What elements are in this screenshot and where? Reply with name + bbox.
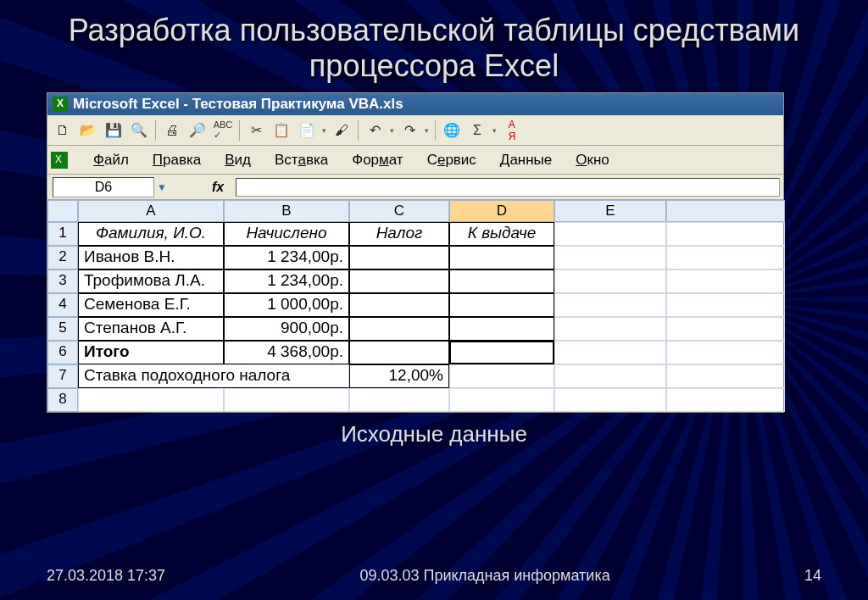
row-header[interactable]: 1 <box>47 222 78 246</box>
cell[interactable] <box>349 269 449 293</box>
cell-merged[interactable]: Ставка подоходного налога <box>78 364 349 388</box>
cell[interactable] <box>349 246 449 269</box>
cell[interactable] <box>666 317 785 341</box>
cell[interactable]: Налог <box>349 222 449 246</box>
cell[interactable]: 12,00% <box>349 364 449 388</box>
formula-input[interactable] <box>236 178 780 197</box>
spreadsheet-grid[interactable]: A B C D E 1 Фамилия, И.О. Начислено Нало… <box>47 200 783 412</box>
cell[interactable]: 4 368,00р. <box>224 341 349 364</box>
cell[interactable] <box>554 364 666 388</box>
save-icon[interactable]: 💾 <box>102 119 125 142</box>
menu-format[interactable]: Формат <box>347 150 408 170</box>
cell[interactable] <box>449 388 554 412</box>
paste-icon[interactable]: 📄 <box>295 119 319 142</box>
cell[interactable] <box>554 293 666 317</box>
autosum-icon[interactable]: Σ <box>465 119 489 142</box>
print-icon[interactable]: 🖨 <box>160 119 184 142</box>
cell[interactable] <box>78 388 224 412</box>
autosum-dropdown-icon[interactable]: ▾ <box>491 126 498 135</box>
cell[interactable]: Фамилия, И.О. <box>78 222 224 246</box>
cell[interactable] <box>349 341 449 364</box>
cell[interactable] <box>554 246 666 269</box>
cell[interactable]: 1 000,00р. <box>224 293 349 317</box>
cell[interactable] <box>666 341 785 364</box>
cell[interactable] <box>666 388 785 412</box>
cell[interactable]: 1 234,00р. <box>224 246 349 269</box>
cell[interactable] <box>449 269 554 293</box>
cell[interactable]: К выдаче <box>449 222 554 246</box>
new-file-icon[interactable]: 🗋 <box>51 119 75 142</box>
cell[interactable] <box>666 364 785 388</box>
search-icon[interactable]: 🔍 <box>127 119 151 142</box>
col-header-d[interactable]: D <box>449 200 554 222</box>
sort-icon[interactable]: AЯ <box>500 119 524 142</box>
paste-dropdown-icon[interactable]: ▾ <box>320 126 328 135</box>
undo-icon[interactable]: ↶ <box>363 119 387 142</box>
menu-insert[interactable]: Вставка <box>270 150 333 170</box>
cell[interactable] <box>449 364 554 388</box>
cell[interactable] <box>554 269 666 293</box>
col-header-e[interactable]: E <box>554 200 666 222</box>
cell[interactable] <box>349 317 449 341</box>
cell[interactable]: Семенова Е.Г. <box>78 293 224 317</box>
cell[interactable] <box>554 341 666 364</box>
row-header[interactable]: 3 <box>47 269 78 293</box>
cell[interactable]: Начислено <box>224 222 349 246</box>
spellcheck-icon[interactable]: ABC✓ <box>211 119 235 142</box>
menu-view[interactable]: Вид <box>220 150 256 170</box>
cell[interactable] <box>449 317 554 341</box>
row-header[interactable]: 6 <box>47 341 78 364</box>
cell[interactable] <box>554 222 666 246</box>
cell[interactable] <box>449 246 554 269</box>
redo-icon[interactable]: ↷ <box>398 119 421 142</box>
cell[interactable] <box>666 222 785 246</box>
menu-window[interactable]: Окно <box>570 150 615 170</box>
row-header[interactable]: 8 <box>47 388 78 412</box>
hyperlink-icon[interactable]: 🌐 <box>440 119 464 142</box>
active-cell[interactable] <box>449 341 554 364</box>
cell[interactable] <box>666 269 785 293</box>
cell[interactable]: Степанов А.Г. <box>78 317 224 341</box>
name-box[interactable]: D6 <box>53 177 154 197</box>
col-header-b[interactable]: B <box>224 200 349 222</box>
row-header[interactable]: 7 <box>47 364 78 388</box>
col-header-a[interactable]: A <box>78 200 224 222</box>
cell[interactable] <box>666 246 785 269</box>
menu-tools[interactable]: Сервис <box>422 150 481 170</box>
col-header-c[interactable]: C <box>349 200 449 222</box>
row-header[interactable]: 2 <box>47 246 78 269</box>
menu-edit[interactable]: Правка <box>147 150 206 170</box>
cell[interactable] <box>554 388 666 412</box>
select-all-corner[interactable] <box>47 200 78 222</box>
excel-titlebar: Microsoft Excel - Тестовая Практикума VB… <box>47 93 783 115</box>
formula-bar: D6 ▼ fx <box>47 175 783 200</box>
footer-pagenum: 14 <box>804 567 821 585</box>
cell[interactable]: Иванов В.Н. <box>78 246 224 269</box>
namebox-dropdown-icon[interactable]: ▼ <box>154 181 170 193</box>
copy-icon[interactable]: 📋 <box>270 119 293 142</box>
row-header[interactable]: 5 <box>47 317 78 341</box>
separator <box>239 120 240 141</box>
format-painter-icon[interactable]: 🖌 <box>330 119 353 142</box>
workbook-icon[interactable] <box>51 152 68 169</box>
print-preview-icon[interactable]: 🔎 <box>186 119 209 142</box>
cell[interactable]: Трофимова Л.А. <box>78 269 224 293</box>
cell[interactable] <box>349 388 449 412</box>
cell[interactable] <box>349 293 449 317</box>
undo-dropdown-icon[interactable]: ▾ <box>388 126 396 135</box>
cell[interactable] <box>224 388 349 412</box>
col-header-blank[interactable] <box>666 200 785 222</box>
menu-file[interactable]: Файл <box>88 150 134 170</box>
cell[interactable] <box>666 293 785 317</box>
cell[interactable] <box>449 293 554 317</box>
redo-dropdown-icon[interactable]: ▾ <box>423 126 431 135</box>
cell[interactable] <box>554 317 666 341</box>
fx-icon[interactable]: fx <box>212 180 224 195</box>
cut-icon[interactable]: ✂ <box>244 119 268 142</box>
cell[interactable]: Итого <box>78 341 224 364</box>
cell[interactable]: 1 234,00р. <box>224 269 349 293</box>
cell[interactable]: 900,00р. <box>224 317 349 341</box>
row-header[interactable]: 4 <box>47 293 78 317</box>
open-file-icon[interactable]: 📂 <box>76 119 100 142</box>
menu-data[interactable]: Данные <box>495 150 557 170</box>
